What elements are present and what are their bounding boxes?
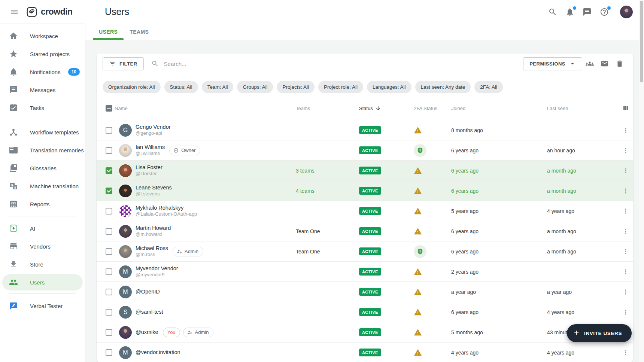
- column-header-name[interactable]: Name: [115, 106, 296, 111]
- filter-chip[interactable]: Organization role: All: [103, 81, 161, 93]
- filter-chip[interactable]: Status: All: [164, 81, 198, 93]
- joined-cell: 4 years ago: [451, 350, 547, 356]
- row-checkbox[interactable]: [106, 167, 112, 174]
- star-icon: [9, 49, 18, 58]
- status-badge: ACTIVE: [359, 288, 381, 296]
- table-row[interactable]: M @vendor.invitation ACTIVE 4 years ago …: [97, 342, 633, 362]
- user-avatar[interactable]: [620, 6, 633, 18]
- manage-teams-button[interactable]: [582, 57, 597, 70]
- row-checkbox[interactable]: [106, 349, 112, 356]
- sidebar-item-messages[interactable]: Messages: [0, 81, 85, 99]
- row-checkbox[interactable]: [106, 228, 112, 235]
- row-checkbox[interactable]: [106, 147, 112, 154]
- filter-chip[interactable]: Team: All: [202, 81, 234, 93]
- table-row[interactable]: M @OpenID ACTIVE a year ago a year ago: [97, 282, 633, 302]
- table-row[interactable]: Ian Williams @i.williams Owner ACTIVE 6 …: [97, 140, 633, 160]
- columns-settings-button[interactable]: [621, 103, 631, 113]
- status-badge: ACTIVE: [359, 349, 381, 356]
- row-checkbox[interactable]: [106, 248, 112, 255]
- twofa-warning-icon: [414, 288, 422, 296]
- table-row[interactable]: Michael Ross @m.ross Admin Team One ACTI…: [97, 241, 633, 261]
- column-header-joined[interactable]: Joined: [451, 106, 547, 111]
- status-badge: ACTIVE: [359, 227, 381, 235]
- sidebar-item-glossaries[interactable]: Glossaries: [0, 159, 85, 177]
- table-row[interactable]: Mykhailo Rohalskyy @Lalala-Custom-OAuth-…: [97, 201, 633, 221]
- sidebar-item-starred-projects[interactable]: Starred projects: [0, 45, 85, 63]
- filter-chip[interactable]: Last seen: Any date: [415, 81, 471, 93]
- sidebar-item-store[interactable]: Store: [0, 255, 85, 273]
- user-username: @myvendor9: [136, 272, 178, 278]
- column-header-2fa[interactable]: 2FA Status: [414, 106, 451, 111]
- table-row[interactable]: G Gengo Vendor @gengo-api ACTIVE 8 month…: [97, 120, 633, 140]
- filter-chip[interactable]: Project role: All: [318, 81, 363, 93]
- sidebar-item-vendors[interactable]: Vendors: [0, 237, 85, 255]
- row-menu-button[interactable]: [620, 306, 632, 318]
- header-search-button[interactable]: [547, 6, 559, 18]
- hamburger-menu-button[interactable]: [8, 6, 20, 18]
- row-menu-button[interactable]: [620, 165, 632, 177]
- filter-chip[interactable]: Languages: All: [367, 81, 411, 93]
- column-header-status[interactable]: Status: [359, 105, 414, 111]
- tab-users[interactable]: USERS: [93, 24, 124, 40]
- search-input[interactable]: [164, 61, 523, 67]
- row-menu-button[interactable]: [620, 266, 632, 278]
- column-header-lastseen[interactable]: Last seen: [547, 106, 618, 111]
- joined-cell: 6 years ago: [451, 309, 547, 315]
- help-button[interactable]: [598, 6, 610, 18]
- notifications-button[interactable]: [564, 6, 576, 18]
- row-checkbox[interactable]: [106, 188, 112, 194]
- row-checkbox[interactable]: [106, 309, 112, 316]
- row-menu-button[interactable]: [620, 145, 632, 156]
- sidebar-item-workspace[interactable]: Workspace: [0, 27, 85, 45]
- sidebar-item-verbal-tester[interactable]: Verbal Tester: [0, 297, 85, 315]
- status-badge: ACTIVE: [359, 187, 381, 195]
- table-row[interactable]: M Myvendor Vendor @myvendor9 ACTIVE 2 ye…: [97, 261, 633, 282]
- row-checkbox[interactable]: [106, 127, 112, 134]
- sidebar-item-workflow-templates[interactable]: Workflow templates: [0, 123, 85, 141]
- sidebar-item-machine-translation[interactable]: G文 Machine translation: [0, 177, 85, 195]
- tab-teams[interactable]: TEAMS: [124, 24, 155, 40]
- row-menu-button[interactable]: [620, 225, 632, 237]
- table-row[interactable]: S @saml-test ACTIVE 6 years ago 4 years …: [97, 302, 633, 322]
- delete-button[interactable]: [612, 57, 627, 70]
- row-checkbox[interactable]: [106, 268, 112, 275]
- table-row[interactable]: Lisa Foster @l.forster 3 teams ACTIVE 6 …: [97, 160, 633, 180]
- filter-button[interactable]: FILTER: [103, 57, 144, 70]
- row-menu-button[interactable]: [620, 246, 632, 258]
- row-checkbox[interactable]: [106, 329, 112, 336]
- sidebar-item-reports[interactable]: Reports: [0, 195, 85, 213]
- page-scrollbar[interactable]: [639, 0, 644, 362]
- sidebar-item-users[interactable]: Users: [2, 274, 83, 290]
- permissions-dropdown[interactable]: PERMISSIONS: [523, 57, 582, 70]
- messages-button[interactable]: [581, 6, 593, 18]
- row-menu-button[interactable]: [620, 205, 632, 217]
- row-checkbox[interactable]: [106, 289, 112, 295]
- user-name: Mykhailo Rohalskyy: [136, 204, 197, 211]
- sidebar-item-ai[interactable]: AI: [0, 219, 85, 237]
- row-menu-button[interactable]: [620, 124, 632, 136]
- row-checkbox[interactable]: [106, 208, 112, 215]
- invite-users-button[interactable]: + INVITE USERS: [567, 324, 632, 342]
- row-menu-button[interactable]: [620, 185, 632, 197]
- table-row[interactable]: Leane Stevens @l.stevens 4 teams ACTIVE …: [97, 180, 633, 201]
- user-name: Gengo Vendor: [136, 124, 171, 130]
- filter-chip[interactable]: Groups: All: [237, 81, 273, 93]
- avatar: [119, 205, 132, 217]
- select-all-checkbox[interactable]: [106, 105, 112, 112]
- filter-chip[interactable]: 2FA: All: [474, 81, 503, 93]
- table-row[interactable]: @uxmike YouAdmin ACTIVE 5 months ago 43 …: [97, 322, 633, 342]
- scrollbar-thumb[interactable]: [640, 1, 643, 82]
- kebab-icon: [622, 349, 629, 356]
- send-email-button[interactable]: [597, 57, 612, 70]
- filter-chips-row: Organization role: AllStatus: AllTeam: A…: [97, 74, 633, 97]
- sidebar-item-notifications[interactable]: Notifications 10: [0, 63, 85, 81]
- column-header-teams[interactable]: Teams: [296, 106, 359, 111]
- table-row[interactable]: Martin Howard @m.howard Team One ACTIVE …: [97, 221, 633, 241]
- crowdin-logo[interactable]: crowdin: [26, 6, 73, 18]
- sidebar-item-translation-memories[interactable]: Translation memories: [0, 141, 85, 159]
- notification-dot: [573, 6, 576, 10]
- sidebar-item-tasks[interactable]: Tasks: [0, 99, 85, 117]
- filter-chip[interactable]: Projects: All: [277, 81, 315, 93]
- row-menu-button[interactable]: [620, 286, 632, 298]
- row-menu-button[interactable]: [620, 347, 632, 359]
